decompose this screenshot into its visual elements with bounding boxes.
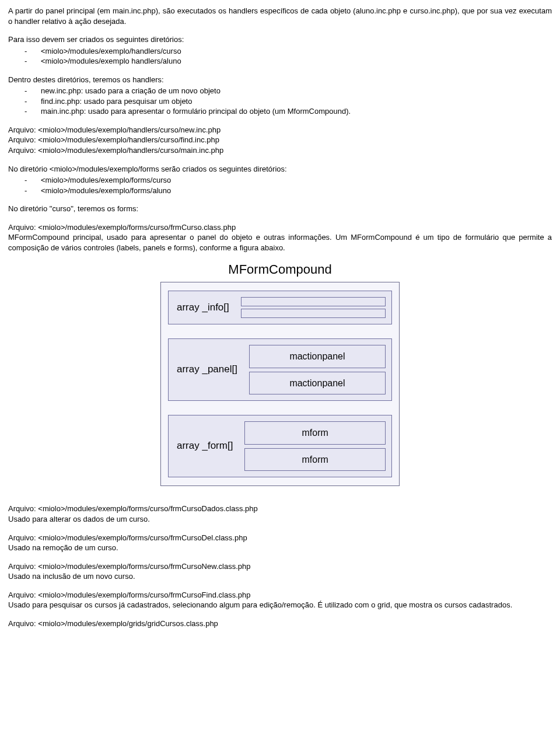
file-line: Arquivo: <miolo>/modules/exemplo/forms/c… <box>8 561 552 572</box>
list-item: -find.inc.php: usado para pesquisar um o… <box>8 96 552 107</box>
diagram-wrapper: MFormCompound array _info[] array _panel… <box>8 261 552 486</box>
panel-item: mactionpanel <box>249 345 386 368</box>
frmcurso-desc: MFormCompound principal, usado para apre… <box>8 232 552 253</box>
paragraph-intro: A partir do panel principal (em main.inc… <box>8 6 552 26</box>
file-line: Arquivo: <miolo>/modules/exemplo/forms/c… <box>8 222 552 233</box>
forms-dirs-intro: No diretório <miolo>/modules/exemplo/for… <box>8 164 552 174</box>
list-item: -main.inc.php: usado para apresentar o f… <box>8 106 552 117</box>
list-item: -<miolo>/modules/exemplo/forms/aluno <box>8 186 552 196</box>
handlers-list: -new.inc.php: usado para a criação de um… <box>8 86 552 117</box>
dirs-intro: Para isso devem ser criados os seguintes… <box>8 34 552 45</box>
frmcursonew-block: Arquivo: <miolo>/modules/exemplo/forms/c… <box>8 561 552 582</box>
list-item: -<miolo>/modules/exemplo handlers/aluno <box>8 56 552 67</box>
paragraph-handlers: Dentro destes diretórios, teremos os han… <box>8 75 552 117</box>
paragraph-curso-forms: No diretório "curso", teremos os forms: <box>8 204 552 214</box>
form-label: array _form[] <box>174 439 233 453</box>
file-desc: Usado para pesquisar os cursos já cadast… <box>8 600 552 610</box>
paragraph-forms-dirs: No diretório <miolo>/modules/exemplo/for… <box>8 164 552 196</box>
file-line: Arquivo: <miolo>/modules/exemplo/handler… <box>8 145 552 156</box>
frmcurso-block: Arquivo: <miolo>/modules/exemplo/forms/c… <box>8 222 552 253</box>
file-block-handlers: Arquivo: <miolo>/modules/exemplo/handler… <box>8 125 552 156</box>
frmcursofind-block: Arquivo: <miolo>/modules/exemplo/forms/c… <box>8 590 552 610</box>
diagram-panel-section: array _panel[] mactionpanel mactionpanel <box>168 338 392 401</box>
paragraph-dirs: Para isso devem ser criados os seguintes… <box>8 34 552 67</box>
file-line: Arquivo: <miolo>/modules/exemplo/handler… <box>8 125 552 135</box>
form-item: mform <box>244 448 386 471</box>
list-item: -<miolo>/modules/exemplo/forms/curso <box>8 175 552 186</box>
list-item: -new.inc.php: usado para a criação de um… <box>8 86 552 96</box>
file-line: Arquivo: <miolo>/modules/exemplo/forms/c… <box>8 590 552 600</box>
diagram-form-section: array _form[] mform mform <box>168 415 392 477</box>
diagram-info-section: array _info[] <box>168 291 392 324</box>
list-item: -<miolo>/modules/exemplo/handlers/curso <box>8 46 552 57</box>
info-bar <box>241 297 386 306</box>
info-bar <box>241 309 386 318</box>
info-label: array _info[] <box>174 301 229 315</box>
frmcursodados-block: Arquivo: <miolo>/modules/exemplo/forms/c… <box>8 504 552 524</box>
file-desc: Usado na inclusão de um novo curso. <box>8 571 552 582</box>
form-item: mform <box>244 421 386 445</box>
frmcursodel-block: Arquivo: <miolo>/modules/exemplo/forms/c… <box>8 533 552 553</box>
file-line: Arquivo: <miolo>/modules/exemplo/handler… <box>8 135 552 145</box>
gridcursos-line: Arquivo: <miolo>/modules/exemplo/grids/g… <box>8 619 552 629</box>
panel-label: array _panel[] <box>174 363 237 376</box>
dirs-list: -<miolo>/modules/exemplo/handlers/curso … <box>8 46 552 67</box>
panel-item: mactionpanel <box>249 372 386 395</box>
mformcompound-diagram: MFormCompound array _info[] array _panel… <box>160 261 400 486</box>
file-desc: Usado na remoção de um curso. <box>8 543 552 553</box>
file-line: Arquivo: <miolo>/modules/exemplo/forms/c… <box>8 533 552 543</box>
file-line: Arquivo: <miolo>/modules/exemplo/forms/c… <box>8 504 552 514</box>
forms-dirs-list: -<miolo>/modules/exemplo/forms/curso -<m… <box>8 175 552 195</box>
file-desc: Usado para alterar os dados de um curso. <box>8 514 552 525</box>
diagram-title: MFormCompound <box>160 261 400 278</box>
diagram-outer-box: array _info[] array _panel[] mactionpane… <box>160 282 400 486</box>
handlers-intro: Dentro destes diretórios, teremos os han… <box>8 75 552 85</box>
